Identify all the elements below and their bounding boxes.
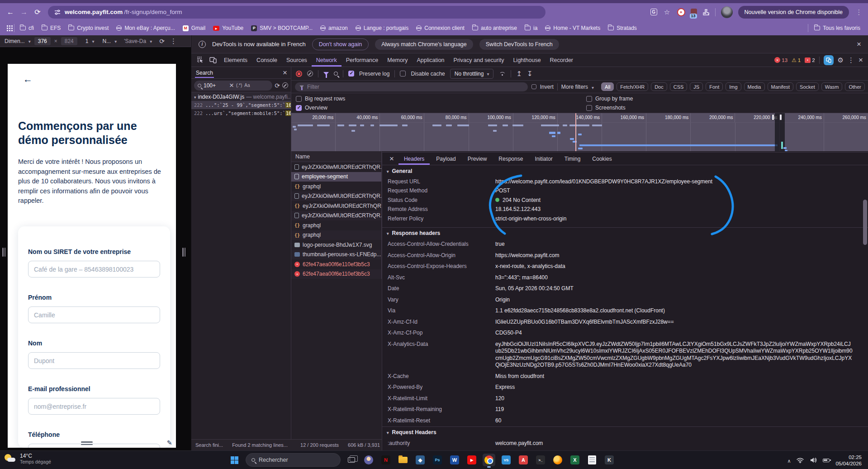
filter-chip-wasm[interactable]: Wasm [821, 82, 843, 91]
volume-icon[interactable] [810, 457, 817, 464]
clear-network-log-icon[interactable] [307, 71, 313, 77]
request-row[interactable]: {}graphql [291, 230, 381, 240]
console-warnings-badge[interactable]: 1 [792, 57, 801, 63]
group-by-frame-checkbox[interactable] [586, 96, 592, 102]
lastname-input[interactable] [28, 352, 160, 369]
translate-icon[interactable]: G [650, 9, 657, 15]
tab-console[interactable]: Console [252, 53, 282, 67]
search-panel-close-icon[interactable] [283, 68, 287, 77]
wifi-icon[interactable] [797, 457, 804, 464]
bookmark-item[interactable]: Crypto invest [66, 24, 111, 33]
device-menu-icon[interactable] [170, 37, 177, 45]
tab-headers[interactable]: Headers [398, 153, 430, 165]
filter-chip-media[interactable]: Media [744, 82, 765, 91]
dont-show-again-button[interactable]: Don't show again [312, 38, 369, 50]
screenshots-checkbox[interactable] [586, 105, 592, 111]
chrome-update-button[interactable]: Nouvelle version de Chrome disponible [738, 6, 849, 19]
search-panel-title[interactable]: Search [195, 68, 214, 78]
taskbar-weather[interactable]: 14°CTemps dégagé [5, 453, 51, 464]
rotate-device-icon[interactable] [159, 38, 165, 45]
device-width-input[interactable]: 376 [34, 37, 51, 45]
request-row[interactable]: eyJrZXkiOilwMUtOREdCRThQR... [291, 191, 381, 201]
more-filters-select[interactable]: More filters [561, 84, 588, 90]
tab-recorder[interactable]: Recorder [545, 53, 578, 67]
filter-chip-fetch-xhr[interactable]: Fetch/XHR [617, 82, 648, 91]
request-row-error[interactable]: ×62fe47aea00f6e110ef3b5c3 [291, 259, 381, 269]
tab-elements[interactable]: Elements [219, 53, 252, 67]
details-close-icon[interactable] [389, 154, 394, 163]
console-errors-badge[interactable]: ×13 [774, 57, 787, 63]
request-row[interactable]: {}graphql [291, 182, 381, 191]
bookmark-item[interactable]: ▶YouTube [211, 24, 246, 33]
selection-grip-left[interactable] [772, 114, 774, 120]
request-headers-section-header[interactable]: Request Headers [382, 426, 868, 438]
filter-input[interactable] [307, 84, 524, 90]
bookmark-item[interactable]: Langue : portugais [353, 24, 411, 33]
filter-chip-img[interactable]: Img [726, 82, 741, 91]
bookmark-item[interactable]: Mon eBay : Aperçu... [114, 24, 177, 33]
bookmark-item[interactable]: EFS [39, 24, 63, 33]
overview-checkbox[interactable] [296, 105, 302, 111]
tab-response[interactable]: Response [493, 153, 528, 165]
search-query-box[interactable]: (.*) Aa [194, 81, 272, 91]
request-row-selected[interactable]: employee-segment [291, 172, 381, 182]
filter-chip-font[interactable]: Font [706, 82, 723, 91]
devtools-menu-icon[interactable] [848, 56, 854, 64]
big-request-rows-checkbox[interactable] [296, 96, 302, 102]
edit-pencil-icon[interactable] [167, 439, 172, 447]
bookmark-item[interactable]: auto antreprise [470, 24, 519, 33]
back-icon[interactable]: ← [5, 6, 16, 18]
extension-red-icon[interactable]: » [677, 8, 685, 16]
task-view-button[interactable] [345, 454, 358, 466]
right-resize-handle[interactable] [182, 248, 186, 257]
inspect-element-icon[interactable] [195, 55, 206, 65]
filter-chip-all[interactable]: All [601, 82, 614, 91]
device-zoom-select[interactable]: 1 [85, 38, 89, 44]
request-row[interactable]: eyJrZXkiOilwMUtOREdCRThQR... [291, 211, 381, 221]
bookmark-item[interactable]: amazon [318, 24, 350, 33]
taskbar-app-word[interactable]: W [448, 454, 461, 466]
taskbar-app-excel[interactable]: X [569, 454, 581, 466]
request-row[interactable]: {}eyJrZXkiOilwMUtOREdCRThQR... [291, 201, 381, 211]
request-row[interactable]: {}graphql [291, 220, 381, 230]
clear-results-icon[interactable] [282, 82, 288, 88]
taskbar-app-youtube[interactable]: ▶ [465, 454, 478, 466]
response-headers-section-header[interactable]: Response headers [382, 227, 868, 239]
filter-input-box[interactable] [295, 82, 528, 91]
taskbar-search[interactable]: Rechercher [246, 453, 341, 467]
issues-badge[interactable]: ▪2 [805, 57, 815, 63]
request-row[interactable]: logo-perouse-BhdJw1X7.svg [291, 240, 381, 250]
request-row[interactable]: eyJrZXkiOilwMUtOREdCRThQR... [291, 162, 381, 172]
throttling-select[interactable]: No throttling [450, 69, 494, 79]
taskbar-app-photoshop[interactable]: Ps [431, 454, 444, 466]
phone-input[interactable] [28, 444, 160, 448]
taskbar-app-notepad[interactable] [586, 454, 598, 466]
refresh-search-icon[interactable] [275, 82, 280, 89]
selection-grip-right[interactable] [779, 114, 782, 120]
tab-timing[interactable]: Timing [559, 153, 586, 165]
filter-chip-css[interactable]: CSS [670, 82, 688, 91]
taskbar-app-chrome[interactable] [483, 454, 495, 466]
device-throttle-select[interactable]: N... [103, 38, 111, 44]
firstname-input[interactable] [28, 306, 160, 323]
email-input[interactable] [28, 398, 160, 415]
tab-memory[interactable]: Memory [383, 53, 412, 67]
left-resize-handle[interactable] [2, 248, 6, 257]
device-height-input[interactable]: 824 [61, 37, 77, 45]
bookmark-item[interactable]: PSMV > BOOTCAMP... [249, 24, 315, 33]
reload-icon[interactable]: ⟳ [32, 6, 43, 18]
save-data-select[interactable]: 'Save-Da [124, 38, 146, 44]
start-button[interactable] [228, 454, 241, 466]
switch-french-button[interactable]: Switch DevTools to French [479, 39, 559, 50]
requests-column-header[interactable]: Name [291, 151, 382, 162]
search-result-file[interactable]: index-D0Ja4GIW.js — welcome.payfi... [191, 92, 291, 101]
infobar-close-icon[interactable] [857, 40, 861, 49]
bookmark-item[interactable]: cfi [18, 24, 36, 33]
search-query-input[interactable] [204, 82, 227, 89]
apps-grid-icon[interactable] [7, 25, 8, 27]
tab-initiator[interactable]: Initiator [529, 153, 558, 165]
profile-avatar[interactable] [721, 6, 733, 18]
tab-preview[interactable]: Preview [462, 153, 493, 165]
extension-clipboard-icon[interactable]: 13 [691, 9, 697, 16]
tab-lighthouse[interactable]: Lighthouse [508, 53, 545, 67]
